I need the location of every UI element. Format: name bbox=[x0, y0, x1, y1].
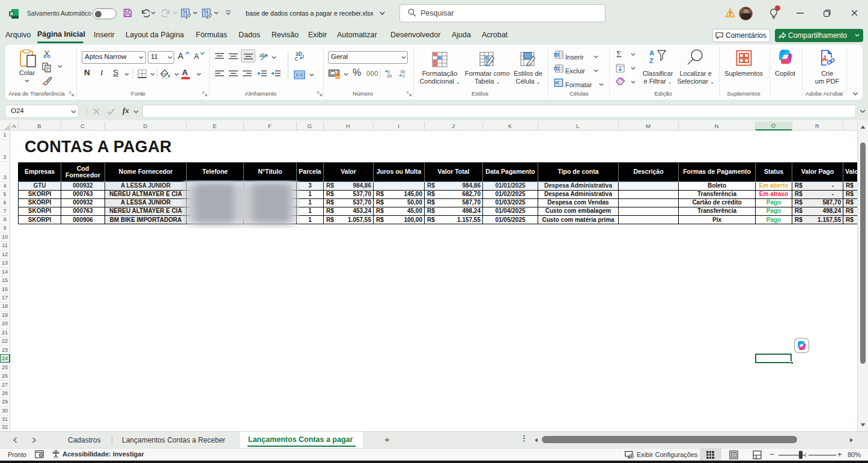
svg-text:.00: .00 bbox=[386, 74, 392, 78]
svg-text:Z: Z bbox=[649, 57, 654, 64]
svg-text:A: A bbox=[649, 49, 654, 57]
svg-text:.00: .00 bbox=[399, 70, 405, 74]
svg-text:c: c bbox=[295, 55, 298, 61]
svg-text:0: 0 bbox=[402, 74, 405, 78]
svg-text:0: 0 bbox=[387, 70, 390, 74]
